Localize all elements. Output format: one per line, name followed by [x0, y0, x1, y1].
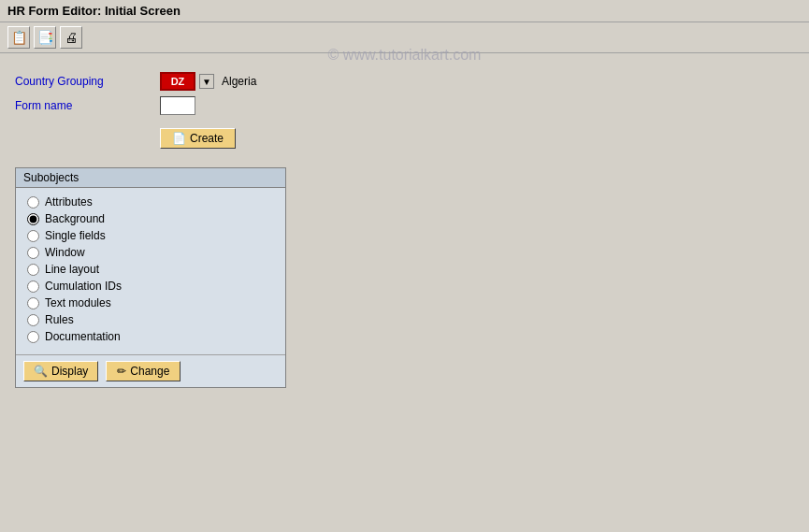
form-section: Country Grouping DZ ▼ Algeria Form name …	[15, 72, 794, 149]
subobjects-header: Subobjects	[16, 168, 285, 188]
radio-single-fields[interactable]	[27, 230, 39, 242]
radio-item-text-modules[interactable]: Text modules	[27, 296, 274, 309]
radio-item-rules[interactable]: Rules	[27, 313, 274, 326]
search-icon: ▼	[202, 77, 211, 87]
radio-label-rules[interactable]: Rules	[45, 313, 74, 326]
radio-window[interactable]	[27, 247, 39, 259]
radio-item-background[interactable]: Background	[27, 212, 274, 225]
radio-background[interactable]	[27, 213, 39, 225]
radio-item-documentation[interactable]: Documentation	[27, 330, 274, 343]
radio-label-attributes[interactable]: Attributes	[45, 195, 93, 208]
change-button-label: Change	[130, 365, 169, 378]
country-grouping-row: Country Grouping DZ ▼ Algeria	[15, 72, 794, 91]
create-button[interactable]: 📄 Create	[160, 128, 236, 149]
create-button-wrapper: 📄 Create	[15, 128, 794, 149]
radio-cumulation-ids[interactable]	[27, 280, 39, 293]
country-name: Algeria	[222, 75, 256, 88]
country-code-box[interactable]: DZ	[160, 72, 195, 91]
print-icon: 🖨	[65, 30, 78, 45]
window-title: HR Form Editor: Initial Screen	[7, 4, 181, 18]
country-search-button[interactable]: ▼	[199, 74, 214, 89]
toolbar: 📋 📑 🖨	[0, 22, 809, 53]
radio-label-single-fields[interactable]: Single fields	[45, 229, 106, 242]
title-bar: HR Form Editor: Initial Screen	[0, 0, 809, 22]
radio-item-cumulation-ids[interactable]: Cumulation IDs	[27, 280, 274, 293]
radio-label-documentation[interactable]: Documentation	[45, 330, 121, 343]
display-icon: 🔍	[34, 365, 48, 378]
change-button[interactable]: ✏ Change	[106, 361, 181, 381]
radio-line-layout[interactable]	[27, 264, 39, 276]
subobjects-section: Subobjects Attributes Background Single …	[15, 167, 286, 388]
form-name-input[interactable]	[160, 96, 195, 115]
radio-item-single-fields[interactable]: Single fields	[27, 229, 274, 242]
print-button[interactable]: 🖨	[60, 26, 82, 49]
save-button[interactable]: 📑	[34, 26, 56, 49]
form-name-label[interactable]: Form name	[15, 99, 160, 112]
display-button[interactable]: 🔍 Display	[23, 361, 98, 381]
subobjects-footer: 🔍 Display ✏ Change	[16, 354, 285, 387]
country-grouping-label[interactable]: Country Grouping	[15, 75, 160, 88]
form-name-row: Form name	[15, 96, 794, 115]
main-content: Country Grouping DZ ▼ Algeria Form name …	[0, 53, 809, 407]
radio-item-line-layout[interactable]: Line layout	[27, 263, 274, 276]
radio-item-attributes[interactable]: Attributes	[27, 195, 274, 208]
display-button-label: Display	[51, 365, 88, 378]
radio-rules[interactable]	[27, 314, 39, 326]
radio-attributes[interactable]	[27, 196, 39, 208]
radio-label-line-layout[interactable]: Line layout	[45, 263, 99, 276]
radio-item-window[interactable]: Window	[27, 246, 274, 259]
change-icon: ✏	[117, 365, 126, 378]
radio-label-background[interactable]: Background	[45, 212, 105, 225]
country-code-text: DZ	[171, 76, 185, 87]
radio-label-text-modules[interactable]: Text modules	[45, 296, 111, 309]
create-button-label: Create	[190, 132, 224, 145]
copy-button[interactable]: 📋	[7, 26, 30, 49]
country-input-wrapper: DZ ▼ Algeria	[160, 72, 256, 91]
create-icon: 📄	[172, 132, 186, 145]
subobjects-body: Attributes Background Single fields Wind…	[16, 188, 285, 354]
radio-documentation[interactable]	[27, 331, 39, 343]
save-icon: 📑	[37, 30, 53, 45]
radio-label-cumulation-ids[interactable]: Cumulation IDs	[45, 280, 122, 293]
copy-icon: 📋	[11, 30, 27, 45]
radio-text-modules[interactable]	[27, 297, 39, 309]
radio-label-window[interactable]: Window	[45, 246, 85, 259]
